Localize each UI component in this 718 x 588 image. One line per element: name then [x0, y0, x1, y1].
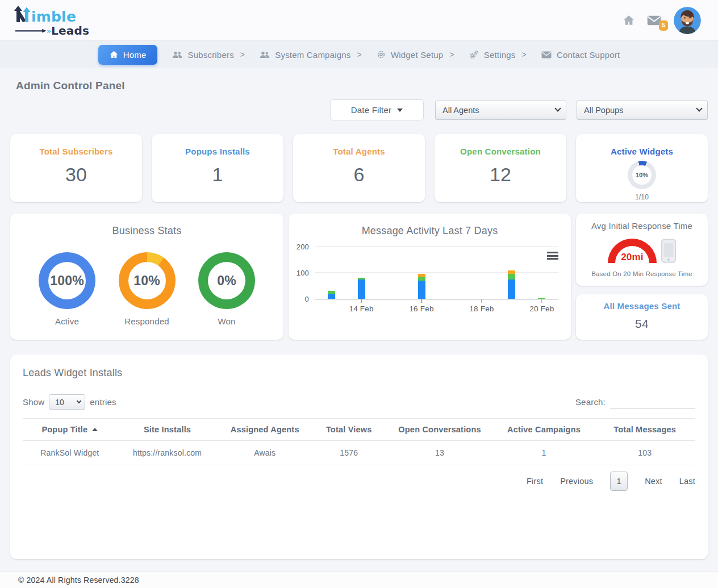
nav-label: System Campaigns [275, 50, 350, 60]
response-gauge-value: 20mi [621, 252, 644, 263]
nimble-leads-logo[interactable]: imble » Leads [12, 5, 92, 36]
pagination-first[interactable]: First [527, 477, 543, 486]
chart-bar-16-feb [418, 274, 425, 299]
phone-icon [661, 239, 676, 263]
message-chart-plot: 14 Feb16 Feb18 Feb20 Feb [315, 243, 558, 299]
active-widgets-donut: 10% [628, 161, 656, 189]
nav-item-contact-support[interactable]: Contact Support [541, 50, 620, 60]
stat-cards-row: Total Subscribers 30 Popups Installs 1 T… [10, 134, 708, 202]
pagination-next[interactable]: Next [645, 477, 662, 486]
nav-caret: > [240, 50, 245, 59]
donut-label: Won [218, 316, 235, 326]
stat-label: Popups Installs [152, 147, 283, 156]
column-header-active-campaigns[interactable]: Active Campaigns [494, 419, 595, 441]
cell-total-views: 1576 [312, 441, 386, 465]
main-content: Admin Control Panel Date Filter All Agen… [0, 68, 718, 571]
gear-icon [377, 50, 386, 59]
nav-item-system-campaigns[interactable]: System Campaigns > [260, 50, 362, 60]
card-open-conversation: Open Conversation 12 [435, 134, 566, 202]
responded-donut-ring: 10% [119, 252, 176, 309]
copyright-text: © 2024 All Rights Reserved.3228 [18, 576, 139, 585]
agents-select[interactable]: All Agents [435, 101, 566, 120]
pagination-last[interactable]: Last [679, 477, 695, 486]
avg-response-caption: Based On 20 Min Response Time [576, 270, 708, 277]
nav-caret: > [449, 50, 454, 59]
nav-item-home[interactable]: Home [98, 45, 158, 65]
gears-icon [469, 51, 479, 59]
nav-item-settings[interactable]: Settings > [469, 50, 527, 60]
home-shortcut-icon[interactable] [623, 15, 634, 26]
column-header-total-messages[interactable]: Total Messages [594, 419, 695, 441]
active-donut-ring: 100% [39, 252, 95, 309]
logo-graphic: imble » Leads [12, 5, 92, 36]
chart-bar-13-feb [328, 291, 335, 299]
stat-value: 6 [293, 164, 425, 186]
cell-total-messages: 103 [594, 441, 695, 465]
nav-label: Home [123, 50, 147, 60]
page-length-control: Show 10 entries [23, 394, 116, 410]
popups-select[interactable]: All Popups [577, 101, 708, 120]
message-activity-card: Message Activity Last 7 Days 0100200 14 … [289, 214, 571, 340]
pagination-page-1[interactable]: 1 [610, 472, 628, 491]
stat-value: 30 [10, 164, 142, 186]
card-popups-installs: Popups Installs 1 [152, 134, 283, 202]
table-title: Leads Widget Installs [23, 367, 695, 379]
leads-widget-installs-panel: Leads Widget Installs Show 10 entries Se… [10, 355, 708, 559]
stat-value: 1 [152, 164, 283, 186]
donut-percent: 10% [133, 273, 160, 289]
all-messages-value: 54 [576, 317, 708, 331]
sort-asc-icon [92, 428, 98, 431]
all-messages-card: All Messages Sent 54 [576, 294, 708, 340]
nav-label: Contact Support [557, 50, 620, 60]
avg-response-card: Avg Initial Response Time 20mi Based On … [576, 214, 708, 286]
date-filter-button[interactable]: Date Filter [330, 99, 424, 120]
cell-popup-title: RankSol Widget [23, 441, 117, 465]
column-header-open-conversations[interactable]: Open Conversations [386, 419, 493, 441]
filters-row: Date Filter All Agents All Popups [10, 99, 708, 120]
cell-active-campaigns: 1 [494, 441, 595, 465]
page-footer: © 2024 All Rights Reserved.3228 [0, 571, 718, 588]
column-header-site-installs[interactable]: Site Installs [117, 419, 218, 441]
svg-text:Leads: Leads [51, 24, 89, 36]
entries-label: entries [90, 397, 116, 407]
cell-open-conversations: 13 [386, 441, 493, 465]
chart-bar-20-feb [538, 298, 545, 299]
nav-item-widget-setup[interactable]: Widget Setup > [377, 50, 454, 60]
pagination-previous[interactable]: Previous [560, 477, 593, 486]
messages-count-badge: 5 [659, 20, 668, 30]
page-title: Admin Control Panel [16, 80, 708, 92]
chart-title: Message Activity Last 7 Days [289, 214, 571, 237]
card-active-widgets: Active Widgets 10% 1/10 [576, 134, 708, 202]
table-header-row: Popup Title Site Installs Assigned Agent… [23, 419, 695, 441]
donut-percent: 100% [50, 273, 84, 289]
donut-percent: 0% [217, 273, 236, 289]
installs-table: Popup Title Site Installs Assigned Agent… [23, 418, 695, 465]
messages-icon[interactable]: 5 [647, 15, 661, 26]
user-avatar[interactable] [674, 7, 701, 34]
page-length-select[interactable]: 10 [49, 394, 85, 410]
search-label: Search: [575, 397, 606, 407]
stat-value: 12 [435, 164, 566, 186]
date-filter-label: Date Filter [351, 105, 391, 115]
top-header: imble » Leads 5 [0, 0, 718, 41]
donut-label: Responded [124, 316, 169, 326]
users-icon [172, 51, 182, 59]
donut-active: 100% Active [39, 252, 95, 326]
stat-label: Open Conversation [435, 147, 566, 156]
card-total-agents: Total Agents 6 [293, 134, 425, 202]
donut-responded: 10% Responded [119, 252, 176, 326]
cell-assigned-agents: Awais [218, 441, 312, 465]
nav-label: Settings [484, 50, 516, 60]
search-input[interactable] [610, 395, 695, 409]
column-header-assigned-agents[interactable]: Assigned Agents [218, 419, 312, 441]
nav-item-subscribers[interactable]: Subscribers > [172, 50, 245, 60]
column-header-popup-title[interactable]: Popup Title [23, 419, 117, 441]
mail-icon [541, 51, 552, 59]
business-stats-card: Business Stats 100% Active 10% Responded [10, 214, 283, 340]
table-search-control: Search: [575, 395, 695, 409]
analytics-row: Business Stats 100% Active 10% Responded [10, 214, 708, 340]
nav-label: Widget Setup [391, 50, 443, 60]
chart-y-axis: 0100200 [289, 243, 315, 299]
donut-percent: 10% [636, 172, 649, 178]
column-header-total-views[interactable]: Total Views [312, 419, 386, 441]
